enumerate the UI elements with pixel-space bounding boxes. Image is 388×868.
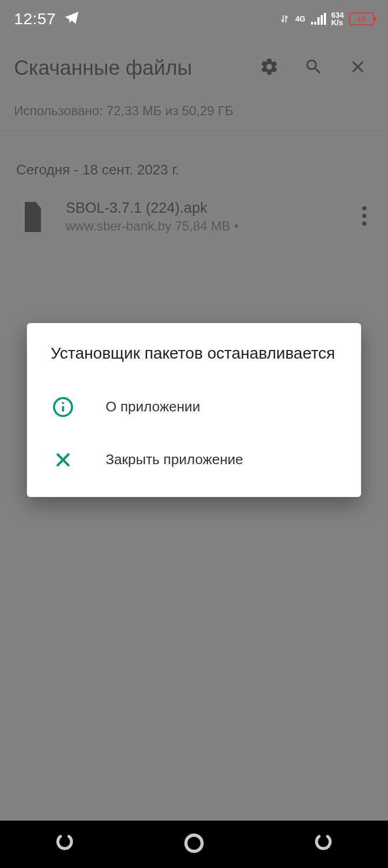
nav-back-button[interactable] — [302, 829, 345, 859]
data-arrows-icon — [279, 12, 290, 25]
telegram-icon — [64, 10, 80, 28]
status-left: 12:57 — [14, 10, 80, 28]
nav-recent-button[interactable] — [43, 829, 86, 859]
svg-point-7 — [62, 402, 64, 404]
back-icon — [313, 833, 334, 856]
dialog-close-app-button[interactable]: Закрыть приложение — [27, 433, 361, 486]
battery-percent: 15 — [358, 15, 365, 23]
recent-icon — [54, 833, 75, 856]
status-bar: 12:57 4G 634 K/s 15 — [0, 0, 388, 38]
dialog-close-app-label: Закрыть приложение — [106, 451, 243, 468]
network-type: 4G — [295, 15, 306, 23]
net-speed: 634 K/s — [331, 11, 344, 26]
status-time: 12:57 — [14, 10, 56, 28]
dialog-app-info-label: О приложении — [106, 398, 200, 415]
signal-icon — [311, 13, 326, 25]
system-nav-bar — [0, 821, 388, 868]
dialog-app-info-button[interactable]: О приложении — [27, 381, 361, 433]
nav-home-button[interactable] — [172, 829, 216, 859]
info-icon — [51, 395, 75, 419]
battery-icon: 15 — [349, 12, 374, 25]
svg-point-10 — [186, 835, 202, 851]
status-right: 4G 634 K/s 15 — [279, 11, 374, 26]
app-crash-dialog: Установщик пакетов останавливается О при… — [27, 323, 361, 497]
close-icon — [51, 447, 75, 472]
dialog-title: Установщик пакетов останавливается — [27, 323, 361, 381]
home-icon — [183, 832, 205, 856]
